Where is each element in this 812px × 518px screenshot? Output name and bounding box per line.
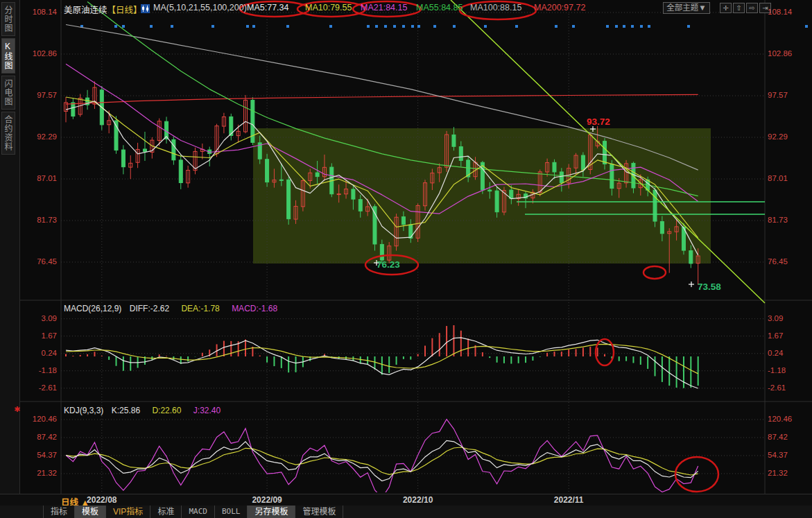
event-marker-dot[interactable] xyxy=(648,25,650,28)
event-marker-dot[interactable] xyxy=(402,25,405,28)
chart-canvas[interactable] xyxy=(0,0,812,518)
event-marker-dot[interactable] xyxy=(453,25,456,28)
candle xyxy=(352,189,355,199)
axis-tick-label: -1.18 xyxy=(768,366,812,374)
macd-diff-value: DIFF:-2.62 xyxy=(130,304,169,313)
month-label: 2022/09 xyxy=(252,495,282,505)
kdj-indicator-label: KDJ(9,3,3) K:25.86 D:22.60 J:32.40 xyxy=(64,406,221,415)
candle xyxy=(553,162,556,172)
bottom-tab-MACD[interactable]: MACD xyxy=(181,506,214,518)
candle xyxy=(373,207,377,244)
event-marker-dot[interactable] xyxy=(572,25,575,28)
event-marker-dot[interactable] xyxy=(433,25,436,28)
ma-value: MA55:84.85 xyxy=(416,3,463,12)
macd-indicator-label: MACD(26,12,9) DIFF:-2.62 DEA:-1.78 MACD:… xyxy=(64,304,277,313)
chart-header: 美原油连续【日线】 MA(5,10,21,55,100,200) MA5:77.… xyxy=(0,0,812,18)
axis-tick-label: 108.14 xyxy=(1,8,57,16)
period-label: 【日线】 xyxy=(107,6,142,15)
candle xyxy=(179,160,182,183)
event-marker-dot[interactable] xyxy=(631,25,634,28)
bottom-tab-模板[interactable]: 模板 xyxy=(74,506,105,518)
event-marker-dot[interactable] xyxy=(122,25,125,28)
event-marker-dot[interactable] xyxy=(411,25,414,28)
bottom-tab-VIP指标[interactable]: VIP指标 xyxy=(105,506,150,518)
crosshair-icon[interactable]: ✛ xyxy=(720,3,732,13)
candle xyxy=(71,103,75,116)
axis-tick-label: 92.29 xyxy=(768,132,812,141)
highlight-region xyxy=(253,128,711,264)
swing-high-callout: 93.72 xyxy=(587,116,610,127)
event-marker-dot[interactable] xyxy=(246,25,249,28)
month-label: 2022/10 xyxy=(403,495,433,505)
event-marker-dot[interactable] xyxy=(687,25,690,28)
event-marker-dot[interactable] xyxy=(211,25,214,28)
axis-tick-label: 0.24 xyxy=(1,349,57,357)
candle xyxy=(581,155,585,170)
event-marker-dot[interactable] xyxy=(623,25,625,28)
axis-tick-label: 87.01 xyxy=(1,174,57,182)
candle xyxy=(401,217,405,225)
event-marker-dot[interactable] xyxy=(555,25,558,28)
axis-tick-label: 92.29 xyxy=(1,132,57,141)
bottom-tab-指标[interactable]: 指标 xyxy=(43,506,74,518)
month-label: 2022/11 xyxy=(554,495,584,505)
axis-tick-label: 1.67 xyxy=(1,331,57,340)
candle xyxy=(266,159,269,182)
event-marker-dot[interactable] xyxy=(286,25,289,28)
candle xyxy=(143,149,146,151)
event-marker-dot[interactable] xyxy=(384,25,387,28)
ma-value: MA10:79.55 xyxy=(305,3,352,12)
event-marker-dot[interactable] xyxy=(417,25,420,28)
candle xyxy=(603,141,607,164)
ma-value: MA200:97.72 xyxy=(534,3,585,12)
scroll-right-icon[interactable]: ⇨ xyxy=(746,3,758,13)
macd-macd-value: MACD:-1.68 xyxy=(232,304,277,313)
event-marker-dot[interactable] xyxy=(606,25,609,28)
ma-parameters: MA(5,10,21,55,100,200) xyxy=(153,3,247,12)
month-label: 2022/08 xyxy=(87,495,116,505)
event-marker-dot[interactable] xyxy=(329,25,332,28)
bottom-tab-管理模板[interactable]: 管理模板 xyxy=(295,506,343,518)
axis-tick-label: 0.24 xyxy=(768,349,812,357)
candle xyxy=(380,244,383,260)
axis-tick-label: 3.09 xyxy=(1,314,57,322)
instrument-title: 美原油连续【日线】 xyxy=(64,3,142,16)
event-marker-dot[interactable] xyxy=(367,25,370,28)
event-marker-dot[interactable] xyxy=(171,25,173,28)
event-marker-dot[interactable] xyxy=(375,25,378,28)
kdj-d-value: D:22.60 xyxy=(152,406,181,415)
axis-tick-label: 1.67 xyxy=(768,331,812,340)
axis-tick-label: -1.18 xyxy=(1,366,57,374)
scroll-up-icon[interactable]: ⇧ xyxy=(733,3,745,13)
bottom-tab-BOLL[interactable]: BOLL xyxy=(214,506,248,518)
candle xyxy=(560,172,563,183)
bottom-tab-另存模板[interactable]: 另存模板 xyxy=(247,506,295,518)
axis-tick-label: 54.37 xyxy=(768,451,812,459)
event-marker-dot[interactable] xyxy=(615,25,618,28)
trading-app-window: 分时图K线图闪电图合约资料 美原油连续【日线】 MA(5,10,21,55,10… xyxy=(0,0,812,518)
event-marker-dot[interactable] xyxy=(114,25,117,28)
theme-select-button[interactable]: 全部主题▼ xyxy=(663,2,710,14)
axis-tick-label: 54.37 xyxy=(1,451,57,459)
candle xyxy=(172,139,175,159)
axis-tick-label: 120.46 xyxy=(768,415,812,423)
event-marker-dot[interactable] xyxy=(252,25,255,28)
event-marker-dot[interactable] xyxy=(805,25,808,28)
ma-value: MA21:84.15 xyxy=(361,3,407,12)
event-marker-dot[interactable] xyxy=(515,25,518,28)
axis-tick-label: 102.86 xyxy=(768,49,812,58)
candle xyxy=(610,164,614,189)
macd-dea-value: DEA:-1.78 xyxy=(181,304,219,313)
macd-name: MACD(26,12,9) xyxy=(64,304,121,313)
event-marker-dot[interactable] xyxy=(484,25,487,28)
event-marker-dot[interactable] xyxy=(640,25,643,28)
time-axis-row: 日线 ▲ 2022/082022/092022/102022/11 xyxy=(0,494,812,506)
axis-tick-label: 81.73 xyxy=(768,216,812,224)
axis-tick-label: 108.14 xyxy=(768,8,812,16)
candle xyxy=(452,135,456,147)
candle xyxy=(495,191,499,211)
bottom-tab-标准[interactable]: 标准 xyxy=(150,506,181,518)
event-marker-dot[interactable] xyxy=(150,25,153,28)
event-marker-dot[interactable] xyxy=(393,25,396,28)
ma-value: MA5:77.34 xyxy=(247,3,288,12)
